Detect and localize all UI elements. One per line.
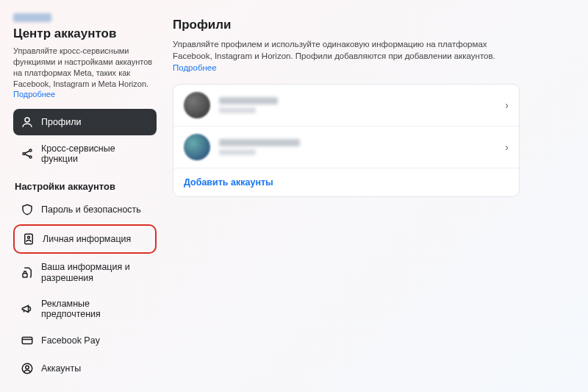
nav-password-security[interactable]: Пароль и безопасность [13,196,157,223]
main-content: Профили Управляйте профилем и используйт… [165,0,588,392]
chevron-right-icon: › [505,99,509,111]
page-title: Профили [173,18,570,32]
sidebar-description: Управляйте кросс-сервисными функциями и … [13,46,157,100]
add-accounts-button[interactable]: Добавить аккаунты [173,168,519,196]
nav-label: Рекламные предпочтения [41,299,149,319]
person-icon [21,115,34,129]
shield-icon [21,203,34,216]
svg-point-3 [29,156,32,158]
nav-personal-info[interactable]: Личная информация [13,224,157,254]
avatar [184,92,210,118]
main-learn-more-link[interactable]: Подробнее [173,63,217,72]
nav-label: Ваша информация и разрешения [41,262,149,284]
user-circle-icon [21,362,34,375]
svg-point-1 [23,153,25,155]
nav-label: Пароль и безопасность [41,204,141,215]
profile-text [219,97,496,113]
profile-sub-redacted [219,149,256,155]
nav-accounts[interactable]: Аккаунты [13,355,157,382]
sidebar: Центр аккаунтов Управляйте кросс-сервисн… [0,0,165,392]
megaphone-icon [21,302,34,316]
avatar [184,134,210,160]
document-lock-icon [21,266,34,279]
profile-row[interactable]: › [173,126,519,168]
share-nodes-icon [21,147,34,160]
brand-logo [13,13,51,22]
profile-name-redacted [219,139,300,146]
svg-rect-6 [23,274,27,277]
svg-rect-7 [22,338,32,344]
nav-label: Кросс-сервисные функции [41,143,149,164]
profiles-card: › › Добавить аккаунты [173,84,520,197]
nav-facebook-pay[interactable]: Facebook Pay [13,327,157,354]
nav-cross-services[interactable]: Кросс-сервисные функции [13,137,157,171]
id-card-icon [22,232,35,246]
profile-name-redacted [219,97,278,104]
sidebar-section-label: Настройки аккаунтов [15,181,157,192]
svg-point-0 [25,118,29,122]
nav-profiles[interactable]: Профили [13,109,157,135]
profile-text [219,139,496,155]
nav-label: Профили [41,117,81,127]
profile-row[interactable]: › [173,85,519,126]
sidebar-description-text: Управляйте кросс-сервисными функциями и … [13,46,152,88]
nav-label: Личная информация [43,234,131,244]
page-description-text: Управляйте профилем и используйте одинак… [173,40,495,60]
sidebar-title: Центр аккаунтов [13,26,157,41]
nav-your-info-permissions[interactable]: Ваша информация и разрешения [13,255,157,291]
svg-point-5 [28,236,30,238]
nav-label: Facebook Pay [41,335,100,346]
nav-ad-preferences[interactable]: Рекламные предпочтения [13,292,157,326]
credit-card-icon [21,334,34,347]
page-description: Управляйте профилем и используйте одинак… [173,38,496,74]
svg-point-9 [26,366,29,369]
svg-point-2 [29,149,32,152]
chevron-right-icon: › [505,141,509,153]
nav-label: Аккаунты [41,363,81,374]
sidebar-learn-more-link[interactable]: Подробнее [13,90,55,99]
profile-sub-redacted [219,107,256,113]
